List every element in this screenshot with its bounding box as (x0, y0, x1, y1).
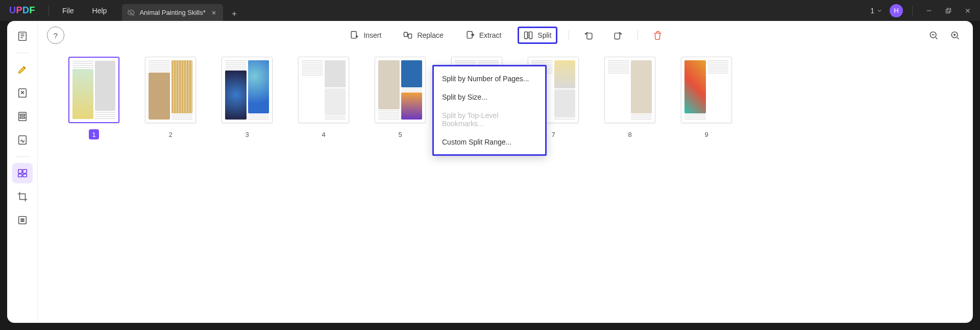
svg-rect-13 (352, 32, 357, 38)
delete-button[interactable] (649, 27, 667, 44)
page-number-label: 4 (318, 129, 329, 139)
organize-toolbar: ? Insert Replace Extract Split (38, 21, 973, 50)
svg-rect-0 (947, 8, 951, 12)
zoom-in-icon (950, 30, 960, 40)
sidebar-crop-button[interactable] (12, 186, 33, 207)
page-number-label: 2 (165, 129, 176, 139)
split-icon (523, 30, 533, 40)
rotate-left-button[interactable] (580, 27, 598, 44)
rotate-right-icon (612, 30, 623, 40)
svg-rect-8 (18, 170, 21, 173)
split-by-pages-item[interactable]: Split by Number of Pages... (434, 69, 545, 88)
window-minimize-button[interactable] (922, 4, 936, 18)
sidebar-organize-button[interactable] (12, 163, 33, 183)
page-thumbnail[interactable] (681, 57, 732, 123)
account-count: 1 (870, 7, 874, 15)
sidebar-annotate-button[interactable] (12, 59, 33, 80)
insert-icon (349, 30, 359, 40)
main-area: ? Insert Replace Extract Split (38, 21, 973, 323)
help-button[interactable]: ? (47, 27, 64, 44)
page-number-label: 7 (548, 129, 558, 139)
titlebar-separator (912, 6, 913, 16)
svg-rect-2 (18, 32, 26, 41)
svg-rect-1 (946, 9, 949, 13)
tab-add-button[interactable] (227, 7, 241, 21)
trash-icon (653, 30, 663, 40)
split-label: Split (537, 31, 551, 39)
zoom-in-button[interactable] (946, 27, 964, 44)
eye-off-icon (127, 9, 135, 17)
account-dropdown[interactable]: 1 (868, 7, 885, 15)
rotate-left-icon (584, 30, 594, 40)
sidebar-sign-button[interactable] (12, 130, 33, 150)
sidebar-form-button[interactable] (12, 106, 33, 127)
svg-rect-4 (18, 112, 26, 121)
extract-icon (465, 30, 475, 40)
insert-button[interactable]: Insert (344, 27, 386, 43)
page-number-label: 5 (395, 129, 405, 139)
svg-rect-20 (615, 33, 620, 39)
tab-document[interactable]: Animal Painting Skills* (122, 4, 223, 21)
avatar[interactable]: H (890, 4, 903, 17)
split-button[interactable]: Split (518, 27, 557, 44)
page-thumbnail[interactable] (604, 57, 655, 123)
zoom-out-icon (928, 30, 939, 40)
zoom-out-button[interactable] (925, 27, 942, 44)
page-number-label: 1 (89, 129, 99, 139)
tab-strip: Animal Painting Skills* (122, 0, 241, 21)
svg-rect-10 (18, 174, 21, 177)
page-number-label: 9 (701, 129, 712, 139)
sidebar-separator (15, 53, 30, 53)
svg-rect-17 (525, 32, 528, 38)
titlebar: UPDF File Help Animal Painting Skills* 1… (0, 0, 980, 21)
page-thumbnail-cell: 5 (375, 57, 426, 139)
page-thumbnail-cell: 9 (681, 57, 732, 139)
svg-rect-12 (18, 217, 26, 224)
titlebar-right: 1 H (868, 4, 980, 18)
replace-icon (403, 30, 413, 40)
replace-label: Replace (417, 31, 443, 39)
rotate-right-button[interactable] (609, 27, 626, 44)
tab-close-icon[interactable] (210, 9, 218, 17)
menu-file[interactable]: File (53, 0, 83, 21)
workspace: ? Insert Replace Extract Split (7, 21, 973, 323)
app-logo: UPDF (0, 5, 44, 16)
page-thumbnail-cell: 3 (222, 57, 273, 139)
left-sidebar (7, 21, 38, 323)
toolbar-separator (638, 30, 638, 40)
page-number-label: 3 (242, 129, 252, 139)
page-thumbnail[interactable] (68, 57, 119, 123)
sidebar-separator (15, 156, 30, 157)
page-number-label: 8 (625, 129, 635, 139)
svg-rect-7 (18, 136, 26, 145)
svg-rect-11 (22, 174, 26, 177)
svg-rect-19 (586, 33, 592, 39)
page-thumbnail[interactable] (145, 57, 196, 123)
menu-help[interactable]: Help (83, 0, 116, 21)
sidebar-reader-button[interactable] (12, 26, 33, 46)
page-thumbnail[interactable] (298, 57, 349, 123)
page-thumbnail[interactable] (222, 57, 273, 123)
sidebar-redact-button[interactable] (12, 210, 33, 230)
split-dropdown: Split by Number of Pages... Split by Siz… (432, 65, 547, 156)
page-thumbnail-cell: 1 (68, 57, 119, 139)
page-thumbnail-cell: 2 (145, 57, 196, 139)
extract-button[interactable]: Extract (460, 27, 507, 43)
replace-button[interactable]: Replace (398, 27, 448, 43)
svg-rect-5 (20, 114, 24, 115)
svg-rect-15 (408, 34, 412, 38)
svg-rect-6 (20, 117, 24, 119)
chevron-down-icon (876, 8, 883, 14)
tab-title: Animal Painting Skills* (139, 9, 205, 16)
split-custom-range-item[interactable]: Custom Split Range... (434, 133, 545, 151)
page-thumbnail[interactable] (375, 57, 426, 123)
sidebar-edit-button[interactable] (12, 83, 33, 103)
extract-label: Extract (479, 31, 502, 39)
svg-rect-9 (22, 170, 26, 173)
window-close-button[interactable] (961, 4, 975, 18)
insert-label: Insert (363, 31, 381, 39)
page-thumbnail-cell: 4 (298, 57, 349, 139)
window-restore-button[interactable] (941, 4, 955, 18)
split-by-size-item[interactable]: Split by Size... (434, 88, 545, 106)
split-by-bookmarks-item: Split by Top-Level Bookmarks... (434, 106, 545, 133)
